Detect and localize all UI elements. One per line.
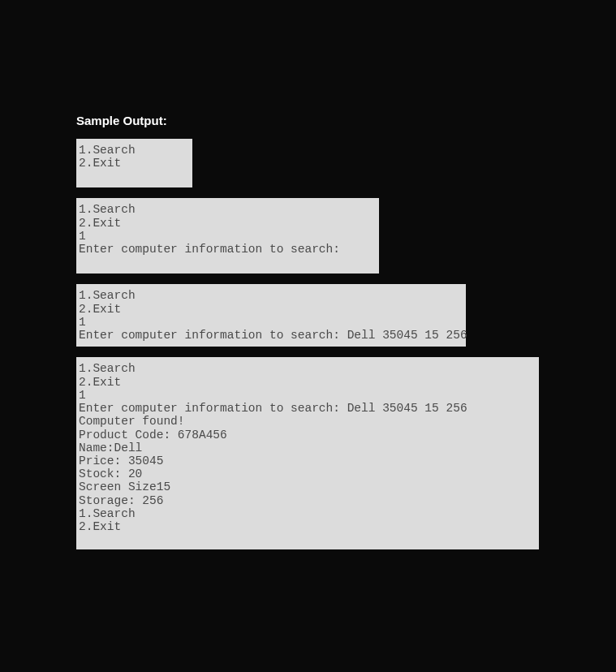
code-line: 1.Search bbox=[79, 203, 377, 216]
code-block-row: 1.Search2.Exit1Enter computer informatio… bbox=[76, 198, 539, 284]
code-line: 2.Exit bbox=[79, 520, 536, 533]
code-line: Stock: 20 bbox=[79, 467, 536, 480]
code-line: 2.Exit bbox=[79, 217, 377, 230]
code-line: Product Code: 678A456 bbox=[79, 429, 536, 442]
code-block-row: 1.Search2.Exit1Enter computer informatio… bbox=[76, 284, 539, 357]
code-line: Storage: 256 bbox=[79, 494, 536, 507]
code-line: Enter computer information to search: De… bbox=[79, 329, 463, 342]
code-block-row: 1.Search2.Exit1Enter computer informatio… bbox=[76, 357, 539, 560]
code-line: 1 bbox=[79, 389, 536, 402]
code-line: 2.Exit bbox=[79, 157, 190, 170]
code-block-2: 1.Search2.Exit1Enter computer informatio… bbox=[76, 198, 379, 274]
section-heading: Sample Output: bbox=[76, 114, 539, 127]
code-block-1: 1.Search2.Exit bbox=[76, 139, 192, 187]
code-line: 2.Exit bbox=[79, 303, 463, 316]
code-line: 1.Search bbox=[79, 144, 190, 157]
code-line: 1.Search bbox=[79, 362, 536, 375]
code-line: Enter computer information to search: De… bbox=[79, 402, 536, 415]
code-line: Screen Size15 bbox=[79, 480, 536, 493]
document-content: Sample Output: 1.Search2.Exit 1.Search2.… bbox=[76, 114, 539, 560]
code-line: 1 bbox=[79, 230, 377, 243]
code-line: Price: 35045 bbox=[79, 454, 536, 467]
code-block-row: 1.Search2.Exit bbox=[76, 139, 539, 198]
code-block-3: 1.Search2.Exit1Enter computer informatio… bbox=[76, 284, 466, 347]
code-line: 1.Search bbox=[79, 507, 536, 520]
code-line: 1.Search bbox=[79, 289, 463, 302]
code-line: Computer found! bbox=[79, 415, 536, 428]
code-line: Name:Dell bbox=[79, 442, 536, 454]
code-line: Enter computer information to search: bbox=[79, 243, 377, 256]
code-line: 2.Exit bbox=[79, 376, 536, 389]
code-line: 1 bbox=[79, 316, 463, 329]
code-block-4: 1.Search2.Exit1Enter computer informatio… bbox=[76, 357, 539, 549]
